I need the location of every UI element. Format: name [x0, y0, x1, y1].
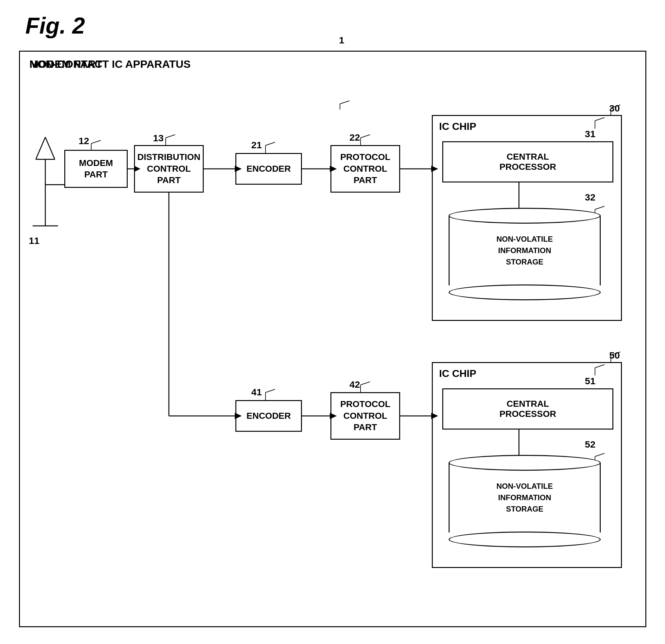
svg-line-42: [361, 382, 370, 385]
proto2-label: PROTOCOLCONTROLPART: [340, 398, 390, 433]
encoder1-box: ENCODER: [235, 153, 302, 185]
ref-13: 13: [153, 133, 164, 144]
ic-chip-30-box: IC CHIP CENTRALPROCESSOR 31 32 NON-VOLAT…: [432, 115, 622, 321]
ref-50: 50: [609, 350, 620, 361]
modem-label: MODEMPART: [79, 157, 113, 181]
ref-21: 21: [251, 140, 262, 150]
encoder2-box: ENCODER: [235, 400, 302, 432]
figure-title: Fig. 2: [25, 13, 85, 39]
svg-line-1: [45, 137, 55, 159]
ref-42: 42: [349, 379, 360, 390]
svg-line-30: [266, 142, 275, 146]
central-processor-1-box: CENTRALPROCESSOR: [442, 141, 613, 183]
proto1-box: PROTOCOLCONTROLPART: [330, 145, 400, 193]
central-processor-2-box: CENTRALPROCESSOR: [442, 389, 613, 430]
ic-chip-30-label: IC CHIP: [439, 121, 476, 132]
storage-1-cylinder: NON-VOLATILEINFORMATIONSTORAGE: [449, 208, 601, 300]
ic-chip-50-box: IC CHIP CENTRALPROCESSOR 51 52 NON-VOLAT…: [432, 362, 622, 568]
ref-31: 31: [585, 129, 595, 139]
modem-part-box: MODEMPART: [64, 150, 128, 188]
storage-2-cylinder: NON-VOLATILEINFORMATIONSTORAGE: [449, 455, 601, 547]
ref-12: 12: [79, 136, 89, 146]
proto2-box: PROTOCOLCONTROLPART: [330, 392, 400, 440]
ref-51: 51: [585, 376, 595, 386]
encoder1-label: ENCODER: [246, 163, 291, 174]
svg-line-40: [266, 389, 275, 393]
apparatus-label-text: NON-CONTACT IC APPARATUS: [30, 58, 191, 70]
svg-line-26: [91, 140, 101, 144]
ref-32: 32: [585, 192, 595, 203]
central1-label: CENTRALPROCESSOR: [500, 152, 556, 172]
svg-line-24: [340, 101, 349, 104]
ref-52: 52: [585, 439, 595, 450]
ic-chip-50-label: IC CHIP: [439, 368, 476, 379]
ref-1: 1: [339, 35, 344, 45]
storage2-label: NON-VOLATILEINFORMATIONSTORAGE: [496, 480, 553, 515]
ref-22: 22: [349, 132, 360, 143]
encoder2-label: ENCODER: [246, 410, 291, 422]
svg-line-0: [36, 137, 45, 159]
ref-11: 11: [29, 235, 39, 246]
main-diagram-box: MODEM PART NON-CONTACT IC APPARATUS 11 M…: [19, 51, 646, 627]
svg-line-32: [361, 135, 370, 138]
central2-label: CENTRALPROCESSOR: [500, 399, 556, 419]
ref-41: 41: [251, 387, 262, 398]
svg-line-28: [166, 135, 175, 138]
distribution-label: DISTRIBUTIONCONTROLPART: [137, 151, 200, 186]
antenna-icon: [26, 128, 64, 248]
proto1-label: PROTOCOLCONTROLPART: [340, 151, 390, 186]
ref-30: 30: [609, 103, 620, 114]
storage1-label: NON-VOLATILEINFORMATIONSTORAGE: [496, 233, 553, 268]
distribution-control-box: DISTRIBUTIONCONTROLPART: [134, 145, 204, 193]
